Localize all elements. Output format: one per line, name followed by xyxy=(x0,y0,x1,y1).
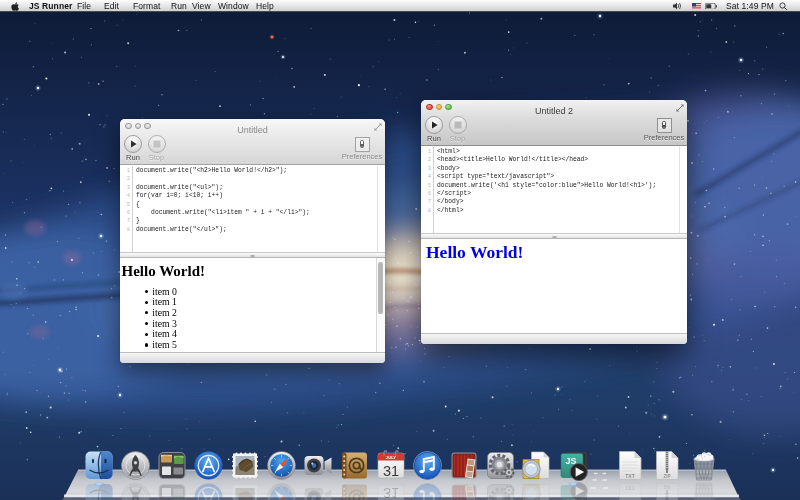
svg-text:ZIP: ZIP xyxy=(663,474,670,479)
svg-text:31: 31 xyxy=(383,463,399,479)
svg-text:JULY: JULY xyxy=(386,455,397,460)
svg-text:TXT: TXT xyxy=(625,473,634,479)
